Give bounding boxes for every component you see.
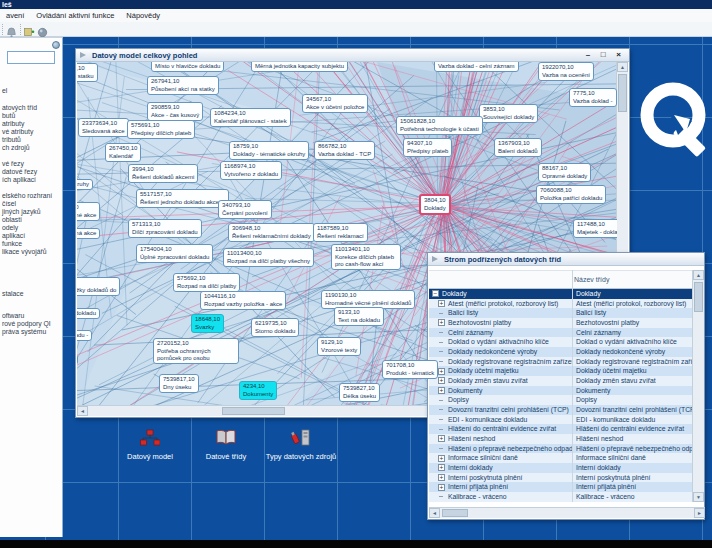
tree-row-6[interactable]: Doklady nedokončené výrobyDoklady nedoko… — [429, 347, 693, 357]
sidebar-item-21[interactable]: práva systému — [2, 328, 46, 336]
sidebar-item-12[interactable]: jiných jazyků — [2, 208, 41, 216]
diagram-node[interactable]: 4234,10Dokumenty — [239, 381, 277, 400]
maximize-button[interactable]: □ — [597, 49, 610, 61]
scroll-left-icon[interactable]: ◄ — [77, 406, 88, 416]
diagram-node[interactable]: 1754004,10Úplné zpracování dokladu — [136, 244, 213, 263]
desktop-icon-0[interactable]: Datový model — [114, 429, 186, 462]
desktop-icon-1[interactable]: Datové třídy — [190, 429, 262, 462]
expand-icon[interactable]: + — [438, 387, 445, 394]
diagram-node[interactable]: 117488,10Majetek - dokla — [573, 219, 617, 238]
tree-row-1[interactable]: +Atest (měřicí protokol, rozborový list)… — [429, 299, 693, 309]
collapse-icon[interactable]: − — [432, 290, 439, 297]
menu-item-2[interactable]: Nápovědy — [120, 9, 166, 22]
diagram-node[interactable]: okladu - — [77, 330, 92, 341]
diagram-node[interactable]: 1044116,10Rozpad vazby položka - akce — [200, 291, 286, 310]
tree-panel-titlebar[interactable]: Strom podřízených datových tříd — [428, 253, 704, 266]
diagram-node[interactable]: 701708,10Produkt - tématick — [382, 360, 438, 379]
diagram-node[interactable]: vaná akce — [77, 228, 100, 239]
scroll-down-icon[interactable]: ▼ — [693, 492, 704, 502]
diagram-node[interactable]: 15061828,10Potřebná technologie k účasti — [396, 116, 483, 135]
diagram-node[interactable]: 1084234,10Kalendář plánovací - statek — [210, 108, 291, 127]
diagram-node[interactable]: 7539827,10Délka úseku — [339, 383, 380, 402]
bell-icon[interactable] — [6, 24, 17, 35]
diagram-node[interactable]: Měrná jednotka kapacity subjektu — [251, 62, 348, 72]
expand-icon[interactable]: + — [438, 377, 445, 384]
tree-vertical-scrollbar[interactable]: ▲ ▼ — [692, 270, 704, 502]
diagram-node[interactable]: 7060088,10Položka patřící dokladu — [536, 185, 606, 204]
diagram-node[interactable]: 575692,10Rozpad na dílčí platby — [173, 273, 240, 292]
app-titlebar[interactable]: leš — [0, 0, 712, 9]
close-button[interactable]: × — [612, 49, 625, 61]
diagram-node[interactable]: 34567,10Akce v účetní položce — [302, 94, 368, 113]
scrollbar-thumb[interactable] — [618, 74, 627, 112]
diagram-node[interactable]: 18648,10Svazky — [191, 314, 224, 333]
diagram-node[interactable]: 290859,10Akce - čas kusový — [147, 102, 203, 121]
diagram-node[interactable]: 3994,10Řešení dokladů akcemi — [128, 164, 198, 183]
tree-row-17[interactable]: +Informace silniční daněInformace silnič… — [429, 453, 693, 463]
diagram-node[interactable]: i,10vané akce — [77, 202, 100, 221]
diagram-node[interactable]: 2720152,10Potřeba ochranných pomůcek pro… — [153, 338, 239, 364]
menu-item-1[interactable]: Ovládání aktivní funkce — [30, 9, 120, 22]
diagram-node[interactable]: 1367903,10Balení dokladů — [494, 138, 542, 157]
tree-row-11[interactable]: DopisyDopisy — [429, 395, 693, 405]
scrollbar-thumb[interactable] — [442, 509, 468, 517]
diagram-node[interactable]: 11013400,10Rozpad na dílčí platby všechn… — [223, 248, 314, 267]
desktop-icon-2[interactable]: Typy datových zdrojů — [265, 429, 337, 462]
scroll-up-icon[interactable]: ▲ — [693, 270, 704, 280]
expand-icon[interactable]: + — [438, 368, 445, 375]
scroll-right-icon[interactable]: ► — [694, 508, 705, 518]
diagram-node[interactable]: 866782,10Vazba doklad - TCP — [314, 141, 375, 160]
scroll-up-icon[interactable]: ▲ — [617, 62, 628, 72]
tree-row-4[interactable]: Celní záznamyCelní záznamy — [429, 328, 693, 338]
diagram-node[interactable]: 575691,10Předpisy dílčích plateb — [127, 120, 195, 139]
tree-row-13[interactable]: EDI - komunikace dokladuEDI - komunikace… — [429, 415, 693, 425]
scroll-left-icon[interactable]: ◄ — [429, 508, 440, 518]
expand-icon[interactable]: + — [438, 484, 445, 491]
sidebar-item-5[interactable]: tributů — [2, 136, 21, 144]
diagram-node[interactable]: 340793,10Čerpání povolení — [218, 200, 272, 219]
diagram-node[interactable]: 267941,10Působení akcí na statky — [147, 76, 219, 95]
diagram-node[interactable]: 571313,10Dílčí zpracování dokladu — [128, 219, 202, 238]
column-header-nazev-tridy[interactable]: Název třídy — [574, 271, 609, 289]
sidebar-item-4[interactable]: vé atributy — [2, 128, 33, 136]
diagram-node[interactable]: 7775,10Vazba doklad - — [569, 88, 617, 107]
sidebar-item-18[interactable]: stalace — [2, 290, 24, 298]
pin-icon[interactable] — [52, 41, 60, 49]
minimize-button[interactable]: – — [582, 49, 595, 61]
tree-row-7[interactable]: Doklady registrované registračním zaříze… — [429, 357, 693, 367]
expand-icon[interactable]: + — [438, 435, 445, 442]
menu-item-0[interactable]: avení — [0, 9, 30, 22]
diagram-node[interactable]: Vazba doklad - celní záznam — [434, 62, 519, 72]
diagram-window-titlebar[interactable]: Datový model celkový pohled – □ × — [76, 49, 629, 62]
sidebar-item-15[interactable]: aplikací — [2, 232, 25, 240]
diagram-node[interactable]: 1168974,10Vytvořeno z dokladu — [220, 161, 282, 180]
scrollbar-thumb[interactable] — [694, 282, 703, 312]
expand-icon[interactable]: + — [438, 474, 445, 481]
sidebar-item-9[interactable]: ích aplikací — [2, 176, 36, 184]
tree-row-19[interactable]: +Interní poskytnutá plněníInterní poskyt… — [429, 473, 693, 483]
expand-icon[interactable]: + — [438, 455, 445, 462]
diagram-node[interactable]: 3804,10Doklady — [419, 194, 451, 215]
tree-row-8[interactable]: +Doklady účetní majetkuDoklady účetní ma… — [429, 366, 693, 376]
diagram-node[interactable]: 7539817,10Dny úseku — [159, 374, 199, 393]
sidebar-item-3[interactable]: atributy — [2, 120, 24, 128]
sidebar-item-19[interactable]: oftwaru — [2, 312, 24, 320]
sidebar-item-11[interactable]: čísel — [2, 200, 16, 208]
sidebar-item-14[interactable]: odely — [2, 224, 18, 232]
tree-row-15[interactable]: +Hlášení neshodHlášení neshod — [429, 434, 693, 444]
sidebar-item-13[interactable]: oblasti — [2, 216, 22, 224]
sidebar-item-8[interactable]: datové řezy — [2, 168, 37, 176]
scrollbar-thumb[interactable] — [222, 407, 285, 415]
diagram-node[interactable]: 1,10y statku — [77, 63, 98, 82]
tree-row-14[interactable]: Hlášení do centrální evidence zvířatHláš… — [429, 424, 693, 434]
sphere-icon[interactable] — [37, 24, 48, 35]
diagram-node[interactable]: 18759,10Doklady - tématické okruhy — [229, 141, 309, 160]
diagram-node[interactable]: 1922070,10Vazba na ocenění — [538, 62, 594, 81]
diagram-node[interactable]: ce dokladu — [77, 308, 100, 319]
diagram-node[interactable]: 1187589,10Řešení reklamací — [313, 223, 368, 242]
diagram-node[interactable]: 9133,10Text na dokladu — [334, 307, 384, 326]
diagram-node[interactable]: 3853,10Související doklady — [479, 104, 538, 123]
sidebar-item-20[interactable]: rové podpory QI — [2, 320, 51, 328]
diagram-node[interactable]: okruhy — [77, 179, 93, 190]
sidebar-search-input[interactable] — [7, 51, 55, 64]
